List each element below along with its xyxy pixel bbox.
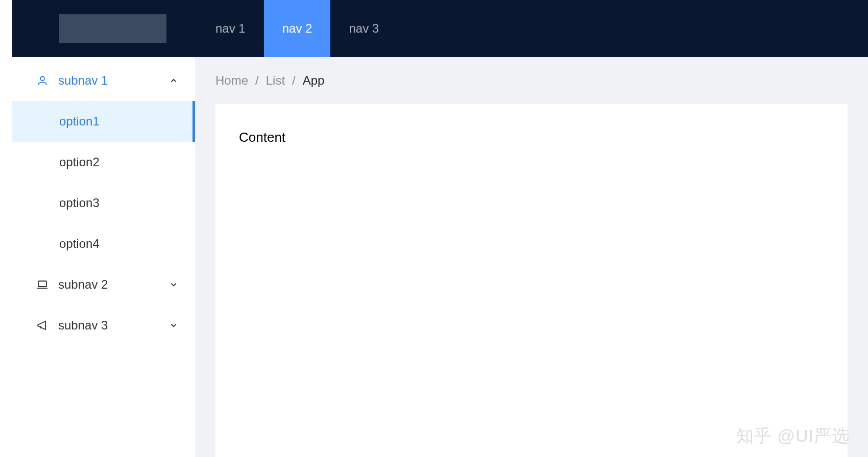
nav-item-3[interactable]: nav 3: [330, 0, 397, 57]
breadcrumb: Home / List / App: [215, 57, 848, 104]
logo-placeholder: [59, 14, 166, 43]
sidebar-option-1[interactable]: option1: [12, 101, 195, 142]
subnav-label: subnav 2: [58, 277, 168, 292]
sidebar-option-3[interactable]: option3: [12, 183, 195, 223]
notification-icon: [36, 319, 49, 332]
breadcrumb-separator: /: [255, 73, 259, 88]
user-icon: [36, 74, 49, 87]
content-card: Content: [215, 104, 848, 457]
content-body: Content: [239, 130, 285, 145]
nav-item-2[interactable]: nav 2: [264, 0, 331, 57]
svg-point-0: [40, 77, 44, 81]
main-layout: subnav 1 option1 option2 option3 option4…: [12, 57, 868, 457]
nav-item-1[interactable]: nav 1: [197, 0, 264, 57]
content-area: Home / List / App Content: [195, 57, 868, 457]
breadcrumb-item-home[interactable]: Home: [215, 73, 248, 88]
breadcrumb-item-app: App: [303, 73, 325, 88]
subnav-3[interactable]: subnav 3: [12, 305, 195, 346]
top-header: nav 1 nav 2 nav 3: [12, 0, 868, 57]
chevron-down-icon: [168, 321, 179, 330]
breadcrumb-separator: /: [292, 73, 296, 88]
breadcrumb-item-list[interactable]: List: [266, 73, 285, 88]
sidebar-option-4[interactable]: option4: [12, 223, 195, 264]
chevron-down-icon: [168, 280, 179, 289]
sidebar: subnav 1 option1 option2 option3 option4…: [12, 57, 195, 457]
chevron-up-icon: [168, 76, 179, 85]
svg-rect-1: [38, 281, 46, 287]
subnav-2[interactable]: subnav 2: [12, 264, 195, 305]
subnav-label: subnav 1: [58, 73, 168, 88]
subnav-1[interactable]: subnav 1: [12, 60, 195, 101]
sidebar-option-2[interactable]: option2: [12, 142, 195, 183]
subnav-label: subnav 3: [58, 318, 168, 333]
laptop-icon: [36, 278, 49, 291]
